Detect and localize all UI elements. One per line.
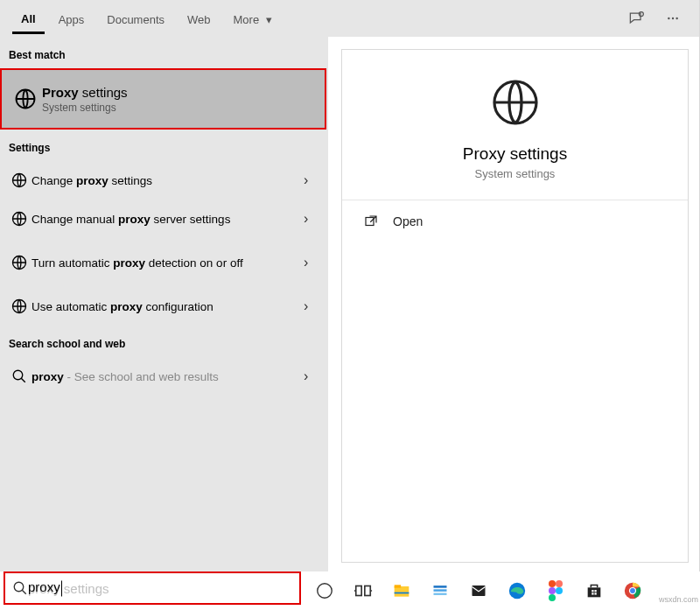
best-match-subtitle: System settings: [42, 102, 128, 114]
open-label: Open: [393, 214, 423, 228]
settings-header: Settings: [0, 130, 328, 161]
globe-icon: [487, 74, 543, 130]
svg-rect-11: [366, 218, 374, 226]
search-box[interactable]: proxy settings proxy: [4, 571, 301, 605]
globe-icon: [9, 87, 42, 111]
watermark: wsxdn.com: [659, 595, 698, 604]
svg-rect-22: [472, 585, 486, 596]
chevron-right-icon: ›: [304, 298, 321, 314]
web-search-item[interactable]: proxy - See school and web results ›: [0, 357, 328, 396]
news-icon[interactable]: [429, 579, 452, 602]
best-match-item[interactable]: Proxy settings System settings: [0, 68, 326, 130]
search-panel: All Apps Documents Web More ▾ Best match…: [0, 0, 700, 571]
tab-apps[interactable]: Apps: [50, 4, 94, 32]
svg-rect-14: [356, 586, 361, 596]
svg-point-24: [549, 580, 556, 587]
chevron-right-icon: ›: [304, 172, 321, 188]
store-icon[interactable]: [583, 579, 606, 602]
search-typed-text: proxy: [28, 579, 63, 596]
detail-panel: Proxy settings System settings Open: [341, 49, 689, 563]
results-column: Best match Proxy settings System setting…: [0, 37, 328, 571]
svg-point-3: [676, 18, 677, 19]
tab-documents[interactable]: Documents: [98, 4, 173, 32]
cortana-icon[interactable]: [313, 579, 336, 602]
chrome-icon[interactable]: [621, 579, 644, 602]
svg-rect-15: [365, 586, 370, 596]
tab-more[interactable]: More ▾: [225, 4, 281, 32]
svg-rect-18: [395, 592, 410, 594]
globe-icon: [7, 172, 32, 189]
chevron-right-icon: ›: [304, 255, 321, 270]
svg-rect-32: [594, 592, 596, 594]
best-match-header: Best match: [0, 37, 328, 68]
tab-all[interactable]: All: [12, 4, 45, 34]
svg-point-13: [318, 584, 332, 599]
tab-web[interactable]: Web: [178, 4, 220, 32]
search-icon: [12, 580, 28, 596]
feedback-icon[interactable]: [620, 10, 652, 27]
settings-item-auto-detection[interactable]: Turn automatic proxy detection on or off…: [0, 238, 328, 287]
svg-point-28: [549, 594, 556, 601]
best-match-title-rest: settings: [79, 85, 128, 100]
best-match-text: Proxy settings System settings: [42, 85, 128, 114]
svg-rect-19: [434, 585, 447, 588]
detail-title: Proxy settings: [463, 144, 567, 164]
tabs-row: All Apps Documents Web More ▾: [0, 0, 699, 37]
svg-rect-16: [395, 586, 410, 597]
detail-subtitle: System settings: [475, 167, 556, 180]
open-icon: [363, 214, 379, 229]
figma-icon[interactable]: [544, 579, 567, 602]
svg-point-27: [556, 587, 563, 594]
globe-icon: [7, 298, 32, 315]
settings-item-manual-proxy[interactable]: Change manual proxy server settings ›: [0, 200, 328, 238]
chevron-right-icon: ›: [304, 211, 321, 227]
svg-point-35: [630, 588, 635, 593]
svg-point-0: [639, 12, 643, 17]
taskbar: [306, 571, 700, 610]
task-view-icon[interactable]: [352, 579, 374, 602]
globe-icon: [7, 210, 32, 228]
svg-rect-17: [395, 585, 402, 587]
web-search-header: Search school and web: [0, 326, 328, 357]
svg-point-9: [13, 370, 23, 380]
globe-icon: [7, 254, 32, 271]
chevron-down-icon: ▾: [266, 13, 272, 26]
svg-point-26: [549, 587, 556, 594]
svg-point-12: [14, 582, 24, 592]
more-options-icon[interactable]: [657, 11, 689, 25]
svg-point-2: [672, 18, 674, 19]
svg-point-1: [668, 18, 669, 19]
best-match-title-bold: Proxy: [42, 85, 79, 100]
svg-point-25: [556, 580, 563, 587]
svg-rect-20: [434, 589, 447, 592]
search-icon: [7, 368, 32, 384]
settings-item-change-proxy[interactable]: Change proxy settings ›: [0, 161, 328, 200]
svg-rect-31: [592, 592, 593, 594]
file-explorer-icon[interactable]: [390, 579, 413, 602]
edge-icon[interactable]: [506, 579, 528, 602]
svg-rect-30: [594, 590, 596, 592]
settings-item-auto-config[interactable]: Use automatic proxy configuration ›: [0, 287, 328, 326]
mail-icon[interactable]: [467, 579, 490, 602]
tab-more-label: More: [234, 13, 260, 26]
svg-rect-29: [592, 590, 593, 592]
svg-rect-21: [434, 593, 447, 596]
open-button[interactable]: Open: [342, 200, 688, 242]
chevron-right-icon: ›: [304, 368, 321, 384]
